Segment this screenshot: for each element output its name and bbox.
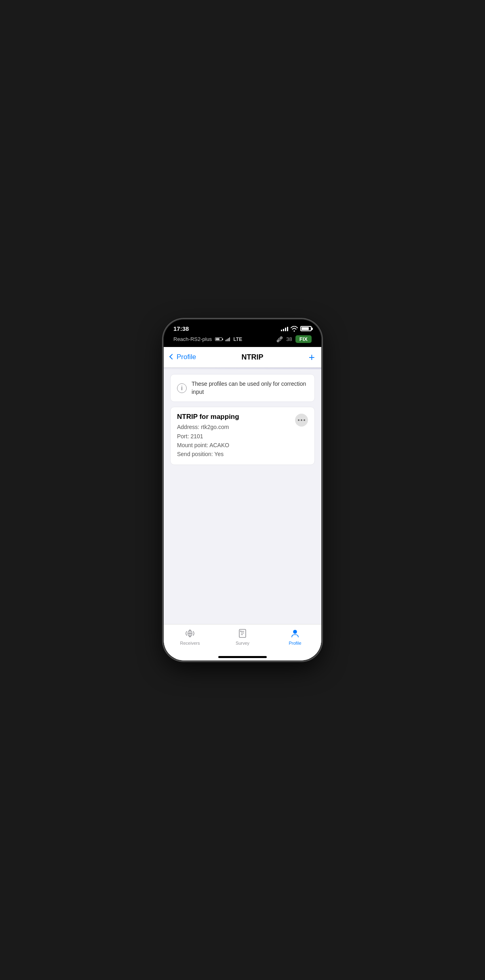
profile-name: NTRIP for mapping: [177, 413, 295, 421]
add-button[interactable]: +: [309, 352, 315, 362]
more-options-button[interactable]: [295, 414, 308, 427]
device-name: Reach-RS2-plus: [173, 336, 212, 342]
profile-list: NTRIP for mapping Address: rtk2go.com Po…: [170, 407, 315, 465]
back-label: Profile: [177, 353, 196, 361]
info-icon: i: [177, 383, 187, 393]
profile-port: Port: 2101: [177, 432, 295, 441]
status-icons: [281, 326, 312, 332]
tab-receivers-label: Receivers: [180, 641, 200, 646]
device-battery-icon: [215, 337, 222, 341]
profile-send-position: Send position: Yes: [177, 450, 295, 458]
svg-point-8: [293, 630, 297, 633]
satellite-icon: [276, 336, 283, 343]
tab-profile[interactable]: Profile: [269, 628, 321, 646]
tab-survey[interactable]: Survey: [216, 628, 269, 646]
home-bar: [218, 656, 267, 658]
tab-bar: Receivers Survey: [164, 624, 321, 654]
phone-frame: 17:38 Reach-R: [164, 320, 321, 660]
page-title: NTRIP: [242, 353, 264, 362]
device-info: Reach-RS2-plus LTE: [173, 336, 242, 342]
profile-details: NTRIP for mapping Address: rtk2go.com Po…: [177, 413, 295, 459]
wifi-icon: [291, 326, 298, 332]
profile-mount-point: Mount point: ACAKO: [177, 441, 295, 450]
svg-rect-7: [239, 629, 246, 637]
lte-badge: LTE: [233, 336, 242, 342]
device-signal-icon: [226, 337, 230, 341]
nav-header: Profile NTRIP +: [164, 347, 321, 368]
profile-item[interactable]: NTRIP for mapping Address: rtk2go.com Po…: [171, 407, 314, 465]
fix-badge: FIX: [295, 335, 312, 343]
notch: [216, 320, 269, 332]
receivers-icon: [184, 628, 196, 639]
more-dots-icon: [298, 419, 305, 421]
survey-icon: [237, 628, 248, 639]
device-bar: Reach-RS2-plus LTE: [164, 334, 321, 347]
profile-address: Address: rtk2go.com: [177, 423, 295, 431]
status-time: 17:38: [173, 325, 189, 332]
content-area: Profile NTRIP + i These profiles can be …: [164, 347, 321, 660]
profile-icon: [289, 628, 301, 639]
tab-survey-label: Survey: [236, 641, 249, 646]
satellite-count: 38: [286, 336, 292, 342]
home-indicator: [164, 654, 321, 660]
info-text: These profiles can be used only for corr…: [192, 380, 308, 396]
signal-bars-icon: [281, 326, 288, 331]
chevron-left-icon: [169, 354, 175, 360]
profile-meta: Address: rtk2go.com Port: 2101 Mount poi…: [177, 423, 295, 459]
info-card: i These profiles can be used only for co…: [170, 374, 315, 402]
svg-line-4: [280, 339, 281, 341]
device-right-info: 38 FIX: [276, 335, 312, 343]
tab-profile-label: Profile: [289, 641, 301, 646]
battery-icon: [300, 326, 312, 331]
tab-receivers[interactable]: Receivers: [164, 628, 216, 646]
svg-line-3: [278, 338, 280, 339]
back-button[interactable]: Profile: [170, 353, 196, 361]
svg-line-0: [277, 337, 282, 342]
main-scroll-area[interactable]: i These profiles can be used only for co…: [164, 369, 321, 624]
